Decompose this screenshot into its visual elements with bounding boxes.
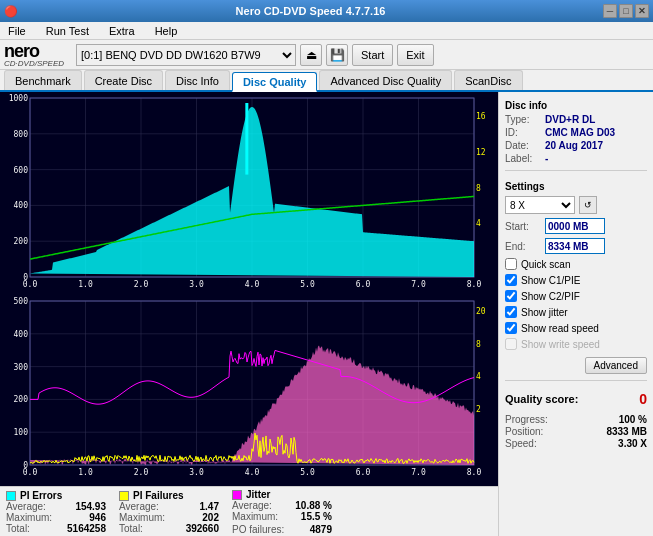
pi-errors-label: PI Errors: [20, 490, 62, 501]
tab-advanced-disc-quality[interactable]: Advanced Disc Quality: [319, 70, 452, 90]
id-row: ID: CMC MAG D03: [505, 127, 647, 138]
pi-errors-avg-label: Average:: [6, 501, 46, 512]
end-mb-label: End:: [505, 241, 541, 252]
show-c2pif-label[interactable]: Show C2/PIF: [521, 291, 580, 302]
progress-value: 100 %: [619, 414, 647, 425]
tab-create-disc[interactable]: Create Disc: [84, 70, 163, 90]
speed-value: 3.30 X: [618, 438, 647, 449]
quick-scan-row: Quick scan: [505, 258, 647, 270]
progress-row: Progress: 100 %: [505, 414, 647, 425]
jitter-label: Jitter: [246, 489, 270, 500]
pi-errors-max-value: 946: [89, 512, 106, 523]
menu-extra[interactable]: Extra: [105, 25, 139, 37]
type-label: Type:: [505, 114, 541, 125]
menu-run-test[interactable]: Run Test: [42, 25, 93, 37]
type-value: DVD+R DL: [545, 114, 595, 125]
titlebar-title: Nero CD-DVD Speed 4.7.7.16: [236, 5, 386, 17]
minimize-button[interactable]: ─: [603, 4, 617, 18]
quick-scan-label[interactable]: Quick scan: [521, 259, 570, 270]
tab-scandisc[interactable]: ScanDisc: [454, 70, 522, 90]
start-button[interactable]: Start: [352, 44, 393, 66]
jitter-color: [232, 490, 242, 500]
jitter-max-label: Maximum:: [232, 511, 278, 522]
po-failures-value: 4879: [310, 524, 332, 535]
chart-area: [0, 92, 498, 486]
settings-refresh-icon[interactable]: ↺: [579, 196, 597, 214]
pi-errors-color: [6, 491, 16, 501]
pi-failures-max-value: 202: [202, 512, 219, 523]
advanced-button[interactable]: Advanced: [585, 357, 647, 374]
progress-section: Progress: 100 % Position: 8333 MB Speed:…: [505, 413, 647, 450]
show-c2pif-row: Show C2/PIF: [505, 290, 647, 302]
type-row: Type: DVD+R DL: [505, 114, 647, 125]
id-label: ID:: [505, 127, 541, 138]
divider-4: [505, 380, 647, 381]
po-failures-label: PO failures:: [232, 524, 284, 535]
save-icon[interactable]: 💾: [326, 44, 348, 66]
disc-info-title: Disc info: [505, 100, 647, 111]
speed-row: Speed: 3.30 X: [505, 438, 647, 449]
end-mb-row: End:: [505, 238, 647, 254]
disc-label-label: Label:: [505, 153, 541, 164]
tab-disc-info[interactable]: Disc Info: [165, 70, 230, 90]
pi-errors-avg-value: 154.93: [75, 501, 106, 512]
show-read-speed-label[interactable]: Show read speed: [521, 323, 599, 334]
pi-failures-max-label: Maximum:: [119, 512, 165, 523]
drive-selector[interactable]: [0:1] BENQ DVD DD DW1620 B7W9: [76, 44, 296, 66]
close-button[interactable]: ✕: [635, 4, 649, 18]
pi-errors-stat: PI Errors Average: 154.93 Maximum: 946 T…: [6, 490, 106, 534]
quality-score-label: Quality score:: [505, 393, 578, 405]
quick-scan-checkbox[interactable]: [505, 258, 517, 270]
menu-help[interactable]: Help: [151, 25, 182, 37]
disc-label-value: -: [545, 153, 548, 164]
right-panel: Disc info Type: DVD+R DL ID: CMC MAG D03…: [498, 92, 653, 536]
main-chart-canvas: [0, 92, 498, 484]
start-mb-input[interactable]: [545, 218, 605, 234]
start-mb-label: Start:: [505, 221, 541, 232]
pi-failures-avg-label: Average:: [119, 501, 159, 512]
divider-3: [505, 170, 647, 171]
bottom-stats: PI Errors Average: 154.93 Maximum: 946 T…: [0, 486, 498, 536]
jitter-avg-value: 10.88 %: [295, 500, 332, 511]
show-c2pif-checkbox[interactable]: [505, 290, 517, 302]
date-row: Date: 20 Aug 2017: [505, 140, 647, 151]
tab-disc-quality[interactable]: Disc Quality: [232, 72, 318, 92]
pi-failures-stat: PI Failures Average: 1.47 Maximum: 202 T…: [119, 490, 219, 534]
menu-file[interactable]: File: [4, 25, 30, 37]
tab-benchmark[interactable]: Benchmark: [4, 70, 82, 90]
content-area: PI Errors Average: 154.93 Maximum: 946 T…: [0, 92, 653, 536]
show-c1pie-label[interactable]: Show C1/PIE: [521, 275, 580, 286]
show-write-speed-checkbox: [505, 338, 517, 350]
show-read-speed-checkbox[interactable]: [505, 322, 517, 334]
jitter-avg-label: Average:: [232, 500, 272, 511]
show-c1pie-row: Show C1/PIE: [505, 274, 647, 286]
nero-text: nero: [4, 42, 64, 60]
pi-failures-total-value: 392660: [186, 523, 219, 534]
show-c1pie-checkbox[interactable]: [505, 274, 517, 286]
jitter-stat: Jitter Average: 10.88 % Maximum: 15.5 % …: [232, 489, 332, 535]
pi-errors-total-label: Total:: [6, 523, 30, 534]
pi-errors-total-value: 5164258: [67, 523, 106, 534]
eject-icon[interactable]: ⏏: [300, 44, 322, 66]
position-row: Position: 8333 MB: [505, 426, 647, 437]
maximize-button[interactable]: □: [619, 4, 633, 18]
pi-failures-total-label: Total:: [119, 523, 143, 534]
pi-failures-avg-value: 1.47: [200, 501, 219, 512]
menubar: File Run Test Extra Help: [0, 22, 653, 40]
cdspeed-text: CD·DVD/SPEED: [4, 60, 64, 68]
show-jitter-label[interactable]: Show jitter: [521, 307, 568, 318]
speed-select[interactable]: 8 X: [505, 196, 575, 214]
date-label: Date:: [505, 140, 541, 151]
id-value: CMC MAG D03: [545, 127, 615, 138]
exit-button[interactable]: Exit: [397, 44, 433, 66]
progress-label: Progress:: [505, 414, 548, 425]
toolbar: nero CD·DVD/SPEED [0:1] BENQ DVD DD DW16…: [0, 40, 653, 70]
quality-score-row: Quality score: 0: [505, 391, 647, 407]
position-label: Position:: [505, 426, 543, 437]
end-mb-input[interactable]: [545, 238, 605, 254]
show-jitter-checkbox[interactable]: [505, 306, 517, 318]
quality-score-value: 0: [639, 391, 647, 407]
titlebar-controls: ─ □ ✕: [603, 4, 649, 18]
titlebar-icon: 🔴: [4, 5, 18, 18]
settings-title: Settings: [505, 181, 647, 192]
